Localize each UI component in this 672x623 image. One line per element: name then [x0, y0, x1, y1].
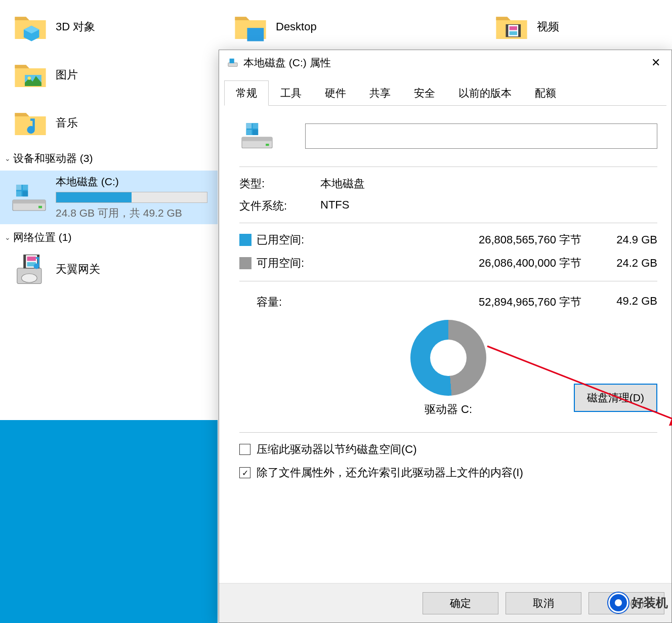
filesystem-label: 文件系统: [239, 198, 320, 214]
drive-large-icon [239, 121, 275, 151]
folder-music[interactable]: 音乐 [13, 101, 225, 144]
tab-strip: 常规 工具 硬件 共享 安全 以前的版本 配额 [224, 80, 666, 106]
folder-3d-objects[interactable]: 3D 对象 [13, 5, 225, 48]
folder-row-top: Desktop 视频 [233, 5, 559, 56]
folder-icon [13, 9, 48, 45]
drive-usage-fill [56, 192, 132, 202]
svg-rect-27 [266, 144, 269, 146]
tab-tools[interactable]: 工具 [269, 80, 313, 105]
index-label: 除了文件属性外，还允许索引此驱动器上文件的内容(I) [257, 465, 523, 480]
type-label: 类型: [239, 176, 320, 191]
svg-rect-19 [24, 255, 26, 268]
pie-chart-area: 驱动器 C: 磁盘清理(D) [239, 320, 657, 417]
drive-small-icon [227, 57, 238, 68]
tab-quota[interactable]: 配额 [523, 80, 568, 105]
free-space-square-icon [239, 257, 251, 269]
svg-rect-32 [253, 130, 258, 135]
close-icon: ✕ [651, 56, 660, 69]
folder-desktop[interactable]: Desktop [233, 5, 317, 48]
capacity-label: 容量: [239, 295, 327, 310]
compress-label: 压缩此驱动器以节约磁盘空间(C) [257, 442, 417, 457]
svg-rect-0 [247, 28, 264, 41]
drive-c-item[interactable]: 本地磁盘 (C:) 24.8 GB 可用，共 49.2 GB [0, 171, 218, 224]
chevron-down-icon: ⌄ [3, 154, 12, 162]
svg-rect-29 [246, 123, 252, 129]
svg-rect-26 [242, 137, 272, 141]
folder-label: 图片 [56, 67, 78, 82]
tab-security[interactable]: 安全 [402, 80, 447, 105]
tab-general[interactable]: 常规 [224, 80, 269, 106]
svg-rect-5 [509, 31, 517, 35]
type-value: 本地磁盘 [320, 176, 657, 191]
disk-cleanup-button[interactable]: 磁盘清理(D) [574, 384, 657, 412]
tab-hardware[interactable]: 硬件 [313, 80, 358, 105]
drive-usage-bar [56, 192, 207, 203]
free-space-label: 可用空间: [257, 256, 327, 271]
free-space-gb: 24.2 GB [597, 257, 657, 270]
checkbox-unchecked-icon[interactable] [239, 444, 250, 455]
watermark: 好装机 [608, 593, 668, 613]
capacity-bytes: 52,894,965,760 字节 [327, 295, 597, 310]
watermark-text: 好装机 [632, 595, 668, 611]
capacity-gb: 49.2 GB [597, 295, 657, 310]
network-item[interactable]: 天翼网关 [0, 246, 218, 292]
folder-icon [233, 9, 268, 45]
svg-point-7 [28, 76, 31, 80]
svg-rect-9 [13, 200, 46, 203]
used-space-square-icon [239, 234, 251, 246]
dialog-title: 本地磁盘 (C:) 属性 [243, 56, 642, 70]
drive-info: 本地磁盘 (C:) 24.8 GB 可用，共 49.2 GB [56, 175, 210, 220]
divider [239, 281, 657, 281]
watermark-badge-icon [608, 593, 628, 613]
drive-name: 本地磁盘 (C:) [56, 175, 210, 189]
svg-rect-10 [38, 205, 42, 208]
usage-pie-chart [410, 320, 486, 396]
svg-point-17 [22, 274, 37, 283]
tab-sharing[interactable]: 共享 [358, 80, 402, 105]
folder-icon [13, 105, 48, 141]
folder-label: 3D 对象 [56, 19, 95, 34]
drive-icon [10, 181, 48, 214]
filesystem-value: NTFS [320, 198, 657, 214]
svg-rect-23 [228, 63, 237, 66]
drive-caption: 驱动器 C: [410, 402, 486, 417]
folder-label: 音乐 [56, 115, 78, 131]
folder-icon [494, 9, 529, 45]
network-item-label: 天翼网关 [56, 262, 100, 277]
folder-label: 视频 [537, 19, 559, 34]
svg-rect-4 [509, 26, 517, 30]
tab-body-general: 类型: 本地磁盘 文件系统: NTFS 已用空间: 26,808,565,760… [219, 106, 671, 499]
svg-rect-13 [23, 184, 28, 189]
svg-rect-3 [518, 24, 520, 36]
svg-rect-15 [23, 191, 28, 196]
index-checkbox-row[interactable]: ✓ 除了文件属性外，还允许索引此驱动器上文件的内容(I) [239, 465, 657, 480]
taskbar-area [0, 420, 218, 623]
close-button[interactable]: ✕ [642, 53, 669, 73]
svg-rect-2 [506, 24, 508, 36]
cancel-button[interactable]: 取消 [506, 592, 581, 614]
folder-videos[interactable]: 视频 [494, 5, 559, 48]
used-space-gb: 24.9 GB [597, 233, 657, 246]
section-network-locations[interactable]: ⌄ 网络位置 (1) [0, 228, 218, 246]
svg-rect-21 [27, 257, 36, 261]
svg-rect-14 [16, 191, 21, 196]
free-space-bytes: 26,086,400,000 字节 [327, 256, 597, 271]
divider [239, 167, 657, 167]
volume-name-input[interactable] [305, 123, 657, 149]
compress-checkbox-row[interactable]: 压缩此驱动器以节约磁盘空间(C) [239, 442, 657, 457]
chevron-down-icon: ⌄ [3, 233, 12, 241]
tab-previous-versions[interactable]: 以前的版本 [447, 80, 523, 105]
folder-pictures[interactable]: 图片 [13, 53, 225, 96]
svg-rect-24 [230, 59, 234, 63]
divider [239, 432, 657, 433]
dialog-titlebar[interactable]: 本地磁盘 (C:) 属性 ✕ [219, 50, 671, 75]
section-devices-drives[interactable]: ⌄ 设备和驱动器 (3) [0, 149, 218, 168]
used-space-label: 已用空间: [257, 232, 327, 247]
section-label: 网络位置 (1) [13, 230, 72, 244]
dialog-button-row: 确定 取消 应用(A) [219, 583, 671, 622]
used-space-bytes: 26,808,565,760 字节 [327, 232, 597, 247]
checkbox-checked-icon[interactable]: ✓ [239, 467, 250, 478]
explorer-left-pane: 3D 对象 图片 音乐 ⌄ 设备和驱动器 (3) 本地磁盘 (C:) [0, 0, 218, 420]
ok-button[interactable]: 确定 [423, 592, 498, 614]
properties-dialog: 本地磁盘 (C:) 属性 ✕ 常规 工具 硬件 共享 安全 以前的版本 配额 类… [219, 50, 672, 623]
